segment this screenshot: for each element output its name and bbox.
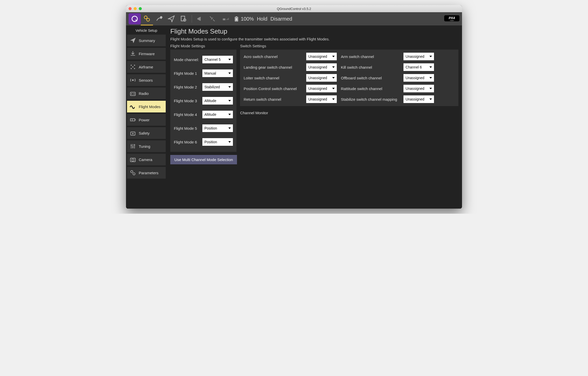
combo-value: Channel 6 bbox=[405, 65, 422, 69]
flight-mode-settings-column: Flight Mode Settings Mode channel: Chann… bbox=[170, 44, 237, 164]
analyze-view-button[interactable] bbox=[177, 13, 190, 24]
chevron-down-icon bbox=[228, 141, 231, 143]
stabilize-switch-combo[interactable]: Unassigned bbox=[403, 95, 434, 103]
arm-switch-combo[interactable]: Unassigned bbox=[403, 53, 434, 60]
chevron-down-icon bbox=[332, 56, 335, 57]
battery-percent: 100% bbox=[241, 16, 254, 22]
svg-point-15 bbox=[131, 68, 132, 69]
chevron-down-icon bbox=[228, 59, 231, 60]
fm1-combo[interactable]: Manual bbox=[202, 69, 233, 77]
chevron-down-icon bbox=[429, 77, 432, 79]
rc-signal-icon bbox=[222, 15, 230, 22]
flight-mode-text[interactable]: Hold bbox=[257, 16, 267, 22]
plan-view-button[interactable] bbox=[153, 13, 165, 24]
svg-point-27 bbox=[134, 144, 135, 145]
messages-button[interactable] bbox=[194, 13, 206, 24]
sidebar-item-parameters[interactable]: Parameters bbox=[127, 167, 166, 179]
chevron-down-icon bbox=[332, 66, 335, 68]
sidebar-item-summary[interactable]: Summary bbox=[127, 35, 166, 46]
mode-channel-row: Mode channel: Channel 5 bbox=[174, 53, 233, 66]
kill-switch-combo[interactable]: Channel 6 bbox=[403, 63, 434, 71]
chevron-down-icon bbox=[429, 98, 432, 100]
svg-point-25 bbox=[131, 145, 132, 146]
setup-view-button[interactable] bbox=[141, 12, 153, 25]
sidebar-item-power[interactable]: Power bbox=[127, 114, 166, 126]
sw-label: Offboard switch channel bbox=[341, 76, 399, 80]
sidebar-item-flight-modes[interactable]: Flight Modes bbox=[127, 101, 166, 112]
sw-label: Arm switch channel bbox=[341, 54, 399, 59]
sidebar-item-label: Airframe bbox=[139, 65, 153, 69]
svg-point-16 bbox=[134, 68, 135, 69]
sidebar-item-airframe[interactable]: Airframe bbox=[127, 61, 166, 73]
sidebar-item-tuning[interactable]: Tuning bbox=[127, 140, 166, 152]
sidebar-item-radio[interactable]: Radio bbox=[127, 88, 166, 99]
main-content: Flight Modes Setup Flight Modes Setup is… bbox=[167, 25, 462, 209]
fm4-combo[interactable]: Altitude bbox=[202, 111, 233, 118]
fm-label: Flight Mode 2 bbox=[174, 85, 197, 89]
app-logo-button[interactable] bbox=[129, 13, 141, 24]
combo-value: Manual bbox=[204, 71, 216, 75]
rc-button[interactable] bbox=[218, 13, 234, 24]
svg-rect-6 bbox=[223, 19, 225, 20]
svg-text:autopilot: autopilot bbox=[450, 20, 454, 21]
loiter-switch-combo[interactable]: Unassigned bbox=[306, 74, 337, 82]
app-window: QGroundControl v3.5.2 100% H bbox=[126, 5, 462, 209]
airframe-icon bbox=[130, 64, 136, 70]
fm-label: Flight Mode 6 bbox=[174, 140, 197, 144]
switch-settings-column: Switch Settings Acro switch channel Unas… bbox=[240, 44, 458, 115]
flight-modes-icon bbox=[130, 103, 136, 110]
rattitude-switch-combo[interactable]: Unassigned bbox=[403, 85, 434, 92]
chevron-down-icon bbox=[332, 98, 335, 100]
svg-point-29 bbox=[132, 159, 134, 161]
sw-title: Switch Settings bbox=[240, 44, 458, 48]
svg-point-17 bbox=[132, 66, 133, 67]
paper-plane-icon bbox=[168, 15, 175, 22]
paper-plane-icon bbox=[130, 37, 136, 44]
sidebar-item-label: Tuning bbox=[139, 144, 150, 149]
svg-point-1 bbox=[144, 16, 147, 19]
svg-point-13 bbox=[131, 65, 132, 66]
chevron-down-icon bbox=[429, 66, 432, 68]
sw-label: Return switch channel bbox=[244, 97, 302, 102]
chevron-down-icon bbox=[228, 86, 231, 88]
fm-label: Flight Mode 3 bbox=[174, 99, 197, 103]
sidebar-item-sensors[interactable]: Sensors bbox=[127, 74, 166, 86]
sensors-icon bbox=[130, 77, 136, 83]
sw-label: Kill switch channel bbox=[341, 65, 399, 69]
svg-point-2 bbox=[147, 18, 150, 21]
return-switch-combo[interactable]: Unassigned bbox=[306, 95, 337, 103]
fm3-combo[interactable]: Altitude bbox=[202, 97, 233, 105]
sidebar-item-label: Safety bbox=[139, 131, 150, 135]
mode-channel-label: Mode channel: bbox=[174, 57, 199, 62]
fms-title: Flight Mode Settings bbox=[170, 44, 237, 48]
multi-channel-button[interactable]: Use Multi Channel Mode Selection bbox=[170, 155, 237, 164]
combo-value: Altitude bbox=[204, 112, 216, 117]
posctl-switch-combo[interactable]: Unassigned bbox=[306, 85, 337, 92]
sidebar-item-safety[interactable]: Safety bbox=[127, 127, 166, 139]
window-title: QGroundControl v3.5.2 bbox=[126, 7, 462, 11]
svg-rect-9 bbox=[235, 18, 237, 21]
landing-gear-switch-combo[interactable]: Unassigned bbox=[306, 63, 337, 71]
fly-view-button[interactable] bbox=[165, 13, 177, 24]
gps-button[interactable] bbox=[206, 13, 218, 24]
fm2-combo[interactable]: Stabilized bbox=[202, 83, 233, 91]
svg-point-21 bbox=[133, 93, 134, 94]
svg-rect-19 bbox=[130, 92, 135, 96]
fm5-combo[interactable]: Position bbox=[202, 124, 233, 132]
combo-value: Unassigned bbox=[405, 76, 424, 80]
sidebar-item-firmware[interactable]: Firmware bbox=[127, 48, 166, 60]
radio-icon bbox=[130, 90, 136, 97]
sidebar-item-label: Sensors bbox=[139, 78, 153, 82]
sidebar-title: Vehicle Setup bbox=[127, 26, 166, 35]
mode-channel-combo[interactable]: Channel 5 bbox=[202, 56, 233, 63]
battery-icon bbox=[234, 16, 239, 22]
offboard-switch-combo[interactable]: Unassigned bbox=[403, 74, 434, 82]
waypoint-icon bbox=[156, 15, 163, 22]
sw-grid: Acro switch channel Unassigned Arm switc… bbox=[244, 53, 455, 103]
fm6-combo[interactable]: Position bbox=[202, 138, 233, 146]
acro-switch-combo[interactable]: Unassigned bbox=[306, 53, 337, 60]
svg-point-31 bbox=[133, 173, 135, 175]
arm-state-text[interactable]: Disarmed bbox=[270, 16, 292, 22]
sw-label: Position Control switch channel bbox=[244, 86, 302, 91]
sidebar-item-camera[interactable]: Camera bbox=[127, 154, 166, 165]
